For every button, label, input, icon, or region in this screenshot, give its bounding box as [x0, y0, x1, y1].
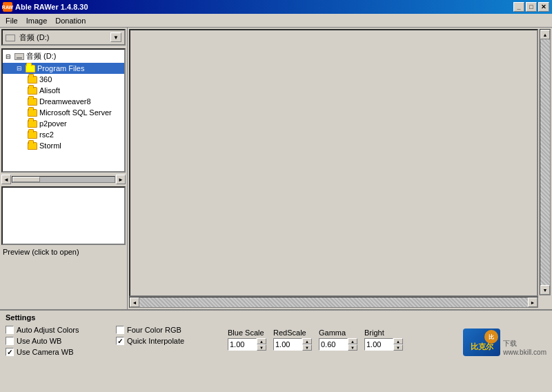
preview-label: Preview (click to open) — [0, 246, 127, 257]
red-scale-btns: ▲ ▼ — [302, 338, 312, 351]
quick-interp-checkbox[interactable]: ✓ — [116, 337, 124, 345]
checkbox-quick-interp: ✓ Quick Interpolate — [116, 337, 226, 345]
settings-group: Auto Adjust Colors Use Auto WB ✓ Use Cam… — [6, 326, 546, 356]
red-scale-group: RedScale ▲ ▼ — [273, 329, 312, 351]
folder-icon — [28, 98, 37, 106]
close-button[interactable]: ✕ — [538, 2, 549, 12]
four-color-label: Four Color RGB — [127, 326, 181, 334]
use-auto-wb-label: Use Auto WB — [17, 337, 61, 345]
menu-file[interactable]: File — [1, 15, 22, 26]
blue-scale-down[interactable]: ▼ — [257, 344, 266, 351]
folder-icon — [28, 131, 37, 139]
four-color-checkbox[interactable] — [116, 326, 124, 334]
drive-icon — [14, 53, 24, 60]
watermark-text: 下载 www.bkill.com — [503, 339, 546, 356]
blue-scale-group: Blue Scale ▲ ▼ — [228, 329, 266, 351]
drive-selector[interactable]: 音频 (D:) ▼ — [1, 29, 126, 46]
gamma-down[interactable]: ▼ — [348, 344, 357, 351]
vscrollbar[interactable]: ▲ ▼ — [540, 29, 551, 295]
blue-scale-up[interactable]: ▲ — [257, 338, 266, 344]
scroll-corner — [540, 297, 551, 308]
menu-image[interactable]: Image — [22, 15, 52, 26]
spinners-area: Blue Scale ▲ ▼ RedScale — [226, 326, 456, 356]
left-panel: 音频 (D:) ▼ ⊟ 音频 (D:) ⊟ Program Files 360 — [0, 28, 128, 309]
red-scale-up[interactable]: ▲ — [302, 338, 312, 344]
gamma-group: Gamma ▲ ▼ — [319, 329, 357, 351]
tree-item-programfiles[interactable]: ⊟ Program Files — [3, 63, 124, 74]
bright-label: Bright — [364, 329, 403, 337]
hscroll-left-btn[interactable]: ◄ — [130, 297, 139, 307]
auto-adjust-checkbox[interactable] — [6, 326, 14, 334]
watermark-download: 下载 — [503, 339, 546, 349]
blue-scale-input[interactable] — [228, 338, 257, 351]
vscroll-up-btn[interactable]: ▲ — [540, 30, 550, 39]
bright-input[interactable] — [364, 338, 393, 351]
red-scale-input[interactable] — [273, 338, 302, 351]
gamma-control: ▲ ▼ — [319, 338, 357, 351]
tree-hscrollbar[interactable]: ◄ ► — [1, 174, 126, 185]
settings-panel: Settings Auto Adjust Colors Use Auto WB … — [0, 309, 552, 392]
use-camera-wb-checkbox[interactable]: ✓ — [6, 348, 14, 356]
watermark-site: www.bkill.com — [503, 349, 546, 356]
bright-down[interactable]: ▼ — [393, 344, 403, 351]
folder-icon — [28, 87, 37, 95]
tree-item-360[interactable]: 360 — [3, 74, 124, 85]
tree-item-dreamweaver8[interactable]: Dreamweaver8 — [3, 96, 124, 107]
red-scale-label: RedScale — [273, 329, 312, 337]
tree-item-p2pover[interactable]: p2pover — [3, 118, 124, 129]
maximize-button[interactable]: □ — [526, 2, 537, 12]
image-view — [129, 29, 538, 297]
checkbox-auto-adjust: Auto Adjust Colors — [6, 326, 116, 334]
watermark-circle: 比 — [484, 330, 498, 344]
gamma-btns: ▲ ▼ — [348, 338, 357, 351]
checkbox-use-auto-wb: Use Auto WB — [6, 337, 116, 345]
drive-dropdown-arrow[interactable]: ▼ — [110, 32, 121, 42]
blue-scale-control: ▲ ▼ — [228, 338, 266, 351]
tree-item-alisoft[interactable]: Alisoft — [3, 85, 124, 96]
hscroll-track[interactable] — [12, 176, 115, 183]
folder-icon — [28, 109, 37, 117]
file-tree[interactable]: ⊟ 音频 (D:) ⊟ Program Files 360 Alisoft Dr… — [1, 48, 126, 173]
hscroll-right-btn[interactable]: ► — [116, 175, 126, 184]
bright-up[interactable]: ▲ — [393, 338, 403, 344]
hscrollbar[interactable]: ◄ ► — [129, 297, 538, 308]
menu-bar: File Image Donation — [0, 14, 552, 28]
use-camera-wb-label: Use Camera WB — [17, 348, 74, 356]
drive-label: 音频 (D:) — [6, 32, 49, 43]
quick-interp-label: Quick Interpolate — [127, 337, 184, 345]
title-bar-controls: _ □ ✕ — [513, 2, 549, 12]
bright-btns: ▲ ▼ — [393, 338, 403, 351]
title-bar-left: RAW Able RAWer 1.4.8.30 — [3, 2, 88, 12]
tree-item-rsc2[interactable]: rsc2 — [3, 129, 124, 140]
blue-scale-btns: ▲ ▼ — [257, 338, 266, 351]
settings-title: Settings — [6, 313, 546, 322]
hscroll-left-btn[interactable]: ◄ — [1, 175, 11, 184]
use-auto-wb-checkbox[interactable] — [6, 337, 14, 345]
menu-donation[interactable]: Donation — [51, 15, 90, 26]
folder-icon — [28, 120, 37, 128]
folder-icon — [26, 65, 35, 72]
vscroll-track[interactable] — [540, 39, 550, 285]
gamma-label: Gamma — [319, 329, 357, 337]
hscroll-right-btn[interactable]: ► — [528, 297, 538, 307]
title-bar: RAW Able RAWer 1.4.8.30 _ □ ✕ — [0, 0, 552, 14]
tree-drive-item[interactable]: ⊟ 音频 (D:) — [3, 50, 124, 63]
red-scale-down[interactable]: ▼ — [302, 344, 312, 351]
vscroll-down-btn[interactable]: ▼ — [540, 285, 550, 295]
tree-item-mssql[interactable]: Microsoft SQL Server — [3, 107, 124, 118]
preview-area[interactable] — [1, 186, 126, 245]
watermark-logo: 比 比克尔 — [463, 329, 500, 356]
folder-icon — [28, 76, 37, 84]
minimize-button[interactable]: _ — [513, 2, 524, 12]
folder-icon — [28, 142, 37, 150]
hscroll-track[interactable] — [139, 297, 528, 307]
gamma-up[interactable]: ▲ — [348, 338, 357, 344]
spinners-row: Blue Scale ▲ ▼ RedScale — [226, 329, 456, 351]
hscroll-thumb[interactable] — [12, 177, 40, 182]
app-icon: RAW — [3, 2, 12, 12]
gamma-input[interactable] — [319, 338, 348, 351]
red-scale-control: ▲ ▼ — [273, 338, 312, 351]
settings-col1: Auto Adjust Colors Use Auto WB ✓ Use Cam… — [6, 326, 116, 356]
tree-item-storml[interactable]: Storml — [3, 140, 124, 151]
auto-adjust-label: Auto Adjust Colors — [17, 326, 79, 334]
